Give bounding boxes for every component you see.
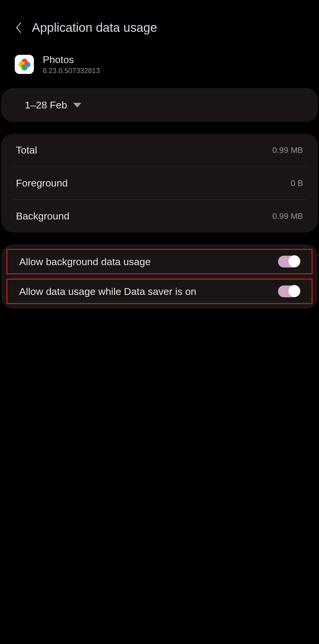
app-version: 6.23.0.507332813 (43, 67, 100, 75)
usage-foreground-value: 0 B (291, 179, 303, 188)
chevron-down-icon (73, 103, 81, 108)
data-saver-toggle-row[interactable]: Allow data usage while Data saver is on (6, 279, 313, 304)
date-range-selector[interactable]: 1–28 Feb (1, 88, 318, 122)
background-data-toggle[interactable] (278, 256, 300, 267)
page-title: Application data usage (32, 21, 157, 35)
background-data-label: Allow background data usage (19, 256, 151, 267)
usage-background-label: Background (16, 210, 69, 222)
usage-background-row: Background 0.99 MB (1, 200, 318, 232)
toggles-card: Allow background data usage Allow data u… (1, 244, 318, 309)
app-name: Photos (43, 54, 100, 65)
app-info-section: Photos 6.23.0.507332813 (0, 44, 319, 88)
divider (13, 277, 306, 278)
background-data-toggle-row[interactable]: Allow background data usage (6, 249, 313, 274)
toggle-thumb (288, 255, 300, 267)
app-icon (15, 55, 34, 74)
data-saver-toggle[interactable] (278, 285, 300, 297)
usage-total-row: Total 0.99 MB (1, 134, 318, 166)
usage-background-value: 0.99 MB (272, 212, 303, 221)
usage-foreground-label: Foreground (16, 177, 68, 189)
chevron-left-icon (15, 22, 23, 34)
date-range-label: 1–28 Feb (25, 99, 67, 111)
usage-total-value: 0.99 MB (272, 146, 303, 155)
data-saver-label: Allow data usage while Data saver is on (19, 286, 196, 297)
toggle-thumb (288, 285, 300, 297)
usage-total-label: Total (16, 144, 37, 156)
back-button[interactable] (15, 22, 23, 34)
usage-foreground-row: Foreground 0 B (1, 167, 318, 199)
google-photos-icon (17, 57, 32, 72)
usage-stats-card: Total 0.99 MB Foreground 0 B Background … (1, 134, 318, 232)
date-range-card: 1–28 Feb (1, 88, 318, 122)
